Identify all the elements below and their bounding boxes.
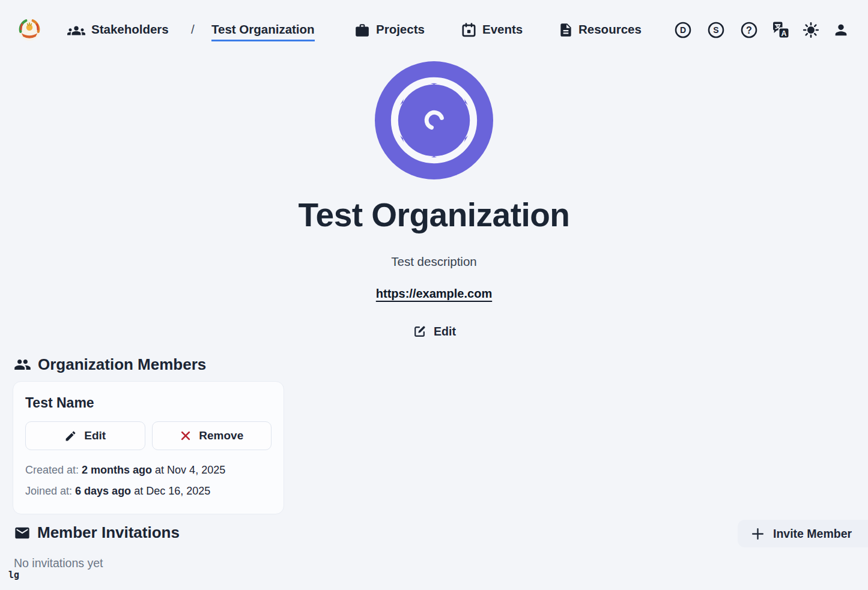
invite-member-label: Invite Member: [773, 527, 852, 541]
member-card: Test Name Edit Remove Created: [13, 381, 284, 514]
nav-item-projects[interactable]: Projects: [376, 22, 425, 37]
remove-x-icon: [180, 430, 192, 442]
nav-item-resources[interactable]: Resources: [578, 22, 642, 37]
help-question-mark: ?: [746, 25, 752, 35]
emblem-logo-icon: [18, 19, 41, 41]
nav-item-events[interactable]: Events: [482, 22, 523, 37]
stakeholders-groups-icon: [67, 22, 85, 40]
app-root: Stakeholders / Test Organization Project…: [0, 0, 868, 590]
no-invitations-text: No invitations yet: [14, 556, 103, 570]
created-label: Created at:: [25, 464, 79, 476]
member-remove-button[interactable]: Remove: [152, 421, 272, 450]
circled-d-icon[interactable]: D: [675, 22, 691, 38]
calendar-icon: [461, 22, 477, 38]
member-edit-label: Edit: [84, 429, 106, 442]
organization-edit-label: Edit: [434, 325, 456, 339]
invite-member-button[interactable]: Invite Member: [738, 520, 868, 547]
envelope-icon: [14, 525, 31, 541]
pencil-icon: [64, 430, 77, 442]
member-created-line: Created at: 2 months ago at Nov 4, 2025: [25, 460, 272, 481]
translate-icon[interactable]: A: [771, 20, 791, 40]
invitations-section-heading: Member Invitations: [14, 523, 180, 542]
sun-icon[interactable]: [803, 22, 819, 38]
plus-icon: [750, 526, 765, 541]
organization-description: Test description: [0, 254, 868, 269]
circled-s-icon[interactable]: S: [708, 22, 724, 38]
breadcrumb-separator: /: [191, 22, 195, 37]
organization-avatar: [374, 61, 494, 182]
organization-name: Test Organization: [0, 196, 868, 234]
document-icon: [558, 22, 574, 38]
breadcrumb-current-org[interactable]: Test Organization: [211, 22, 315, 41]
members-heading-text: Organization Members: [38, 355, 206, 374]
created-rest: at Nov 4, 2025: [152, 464, 225, 476]
invitations-heading-text: Member Invitations: [37, 523, 180, 542]
member-remove-label: Remove: [199, 429, 243, 442]
briefcase-icon: [354, 23, 370, 38]
circled-d-letter: D: [680, 25, 686, 35]
created-relative: 2 months ago: [82, 464, 152, 476]
edit-square-icon: [412, 324, 427, 339]
person-icon[interactable]: [833, 22, 849, 38]
help-icon[interactable]: ?: [741, 22, 757, 38]
joined-relative: 6 days ago: [75, 485, 131, 497]
member-edit-button[interactable]: Edit: [25, 421, 145, 450]
members-section-heading: Organization Members: [14, 355, 206, 374]
joined-label: Joined at:: [25, 485, 72, 497]
svg-text:A: A: [781, 29, 786, 38]
member-joined-line: Joined at: 6 days ago at Dec 16, 2025: [25, 481, 272, 502]
organization-edit-button[interactable]: Edit: [0, 324, 868, 339]
breakpoint-debug-badge: lg: [8, 570, 19, 580]
member-name: Test Name: [25, 395, 272, 411]
circled-s-letter: S: [713, 25, 718, 35]
organization-website-link[interactable]: https://example.com: [376, 287, 492, 300]
group-icon: [14, 356, 31, 373]
site-logo[interactable]: [18, 19, 41, 44]
joined-rest: at Dec 16, 2025: [131, 485, 210, 497]
breadcrumb-stakeholders[interactable]: Stakeholders: [91, 22, 169, 37]
